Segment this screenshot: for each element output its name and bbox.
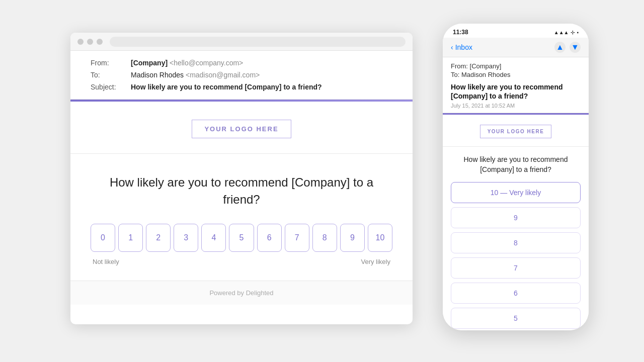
wifi-icon: ⊹ — [571, 30, 575, 35]
from-value: [Company] <hello@company.com> — [131, 59, 243, 67]
nps-scale-button-0[interactable]: 0 — [91, 224, 115, 252]
mobile-phone: 11:38 ▲▲▲ ⊹ ▪ ‹ Inbox ▲ ▼ From: [Company… — [443, 24, 589, 330]
from-name: [Company] — [131, 59, 168, 67]
phone-status-bar: 11:38 ▲▲▲ ⊹ ▪ — [443, 24, 589, 38]
to-value: Madison Rhodes <madison@gmail.com> — [131, 71, 260, 79]
phone-nps-question: How likely are you to recommend [Company… — [443, 147, 589, 182]
subject-row: Subject: How likely are you to recommend… — [91, 83, 392, 91]
phone-time: 11:38 — [453, 29, 468, 36]
phone-nps-option-5[interactable]: 5 — [451, 308, 581, 329]
phone-nps-option-3[interactable]: 7 — [451, 257, 581, 279]
desktop-logo-area: YOUR LOGO HERE — [70, 102, 413, 154]
from-row: From: [Company] <hello@company.com> — [91, 59, 392, 67]
traffic-lights — [77, 39, 103, 45]
desktop-nps-question: How likely are you to recommend [Company… — [91, 174, 392, 208]
nps-scale-button-7[interactable]: 7 — [285, 224, 309, 252]
phone-nps-option-0[interactable]: 10 — Very likely — [451, 182, 581, 203]
desktop-nps-scale: 012345678910 — [91, 224, 392, 252]
nps-label-high: Very likely — [361, 258, 390, 265]
phone-nps-option-4[interactable]: 6 — [451, 283, 581, 304]
email-headers: From: [Company] <hello@company.com> To: … — [70, 51, 413, 100]
to-name: Madison Rhodes — [131, 71, 184, 79]
signal-icon: ▲▲▲ — [554, 30, 569, 35]
nps-scale-button-10[interactable]: 10 — [368, 224, 392, 252]
traffic-light-maximize — [97, 39, 103, 45]
phone-to: To: Madison Rhodes — [451, 71, 581, 78]
nps-scale-button-2[interactable]: 2 — [146, 224, 171, 252]
phone-email-header: From: [Company] To: Madison Rhodes How l… — [443, 57, 589, 113]
phone-subject: How likely are you to recommend [Company… — [451, 82, 581, 101]
back-button[interactable]: ‹ Inbox — [451, 43, 472, 51]
traffic-light-minimize — [87, 39, 93, 45]
subject-value: How likely are you to recommend [Company… — [131, 83, 322, 91]
phone-nps-options: 10 — Very likely98765 — [443, 182, 589, 330]
desktop-email-footer: Powered by Delighted — [70, 281, 413, 305]
subject-label: Subject: — [91, 83, 131, 91]
nps-scale-button-8[interactable]: 8 — [312, 224, 337, 252]
address-bar[interactable] — [110, 37, 406, 47]
phone-nps-option-1[interactable]: 9 — [451, 207, 581, 228]
chevron-left-icon: ‹ — [451, 43, 453, 51]
phone-nav-bar: ‹ Inbox ▲ ▼ — [443, 38, 589, 57]
nps-scale-button-4[interactable]: 4 — [201, 224, 226, 252]
traffic-light-close — [77, 39, 84, 45]
phone-from: From: [Company] — [451, 62, 581, 70]
nav-down-button[interactable]: ▼ — [570, 42, 581, 53]
to-label: To: — [91, 71, 131, 79]
nav-arrows: ▲ ▼ — [554, 42, 581, 53]
from-email: <hello@company.com> — [170, 59, 243, 67]
phone-logo-placeholder: YOUR LOGO HERE — [480, 125, 552, 138]
nps-scale-button-9[interactable]: 9 — [340, 224, 365, 252]
battery-icon: ▪ — [577, 30, 579, 35]
back-label: Inbox — [455, 43, 472, 51]
nps-labels: Not likely Very likely — [91, 258, 392, 265]
phone-nps-option-2[interactable]: 8 — [451, 232, 581, 253]
status-right-icons: ▲▲▲ ⊹ ▪ — [554, 30, 579, 35]
from-label: From: — [91, 59, 131, 67]
nav-up-button[interactable]: ▲ — [554, 42, 566, 53]
window-titlebar — [70, 33, 413, 51]
desktop-logo-placeholder: YOUR LOGO HERE — [192, 120, 291, 138]
nps-scale-button-5[interactable]: 5 — [229, 224, 254, 252]
to-row: To: Madison Rhodes <madison@gmail.com> — [91, 71, 392, 79]
to-email: <madison@gmail.com> — [186, 71, 260, 79]
nps-label-low: Not likely — [93, 258, 119, 265]
phone-email-body[interactable]: YOUR LOGO HERE How likely are you to rec… — [443, 115, 589, 330]
desktop-email-client: From: [Company] <hello@company.com> To: … — [70, 33, 413, 324]
nps-scale-button-6[interactable]: 6 — [257, 224, 282, 252]
phone-date: July 15, 2021 at 10:52 AM — [451, 103, 581, 109]
nps-scale-button-1[interactable]: 1 — [118, 224, 143, 252]
phone-logo-area: YOUR LOGO HERE — [443, 115, 589, 147]
nps-scale-button-3[interactable]: 3 — [174, 224, 198, 252]
desktop-nps-content: How likely are you to recommend [Company… — [70, 154, 413, 281]
footer-text: Powered by Delighted — [209, 289, 273, 297]
